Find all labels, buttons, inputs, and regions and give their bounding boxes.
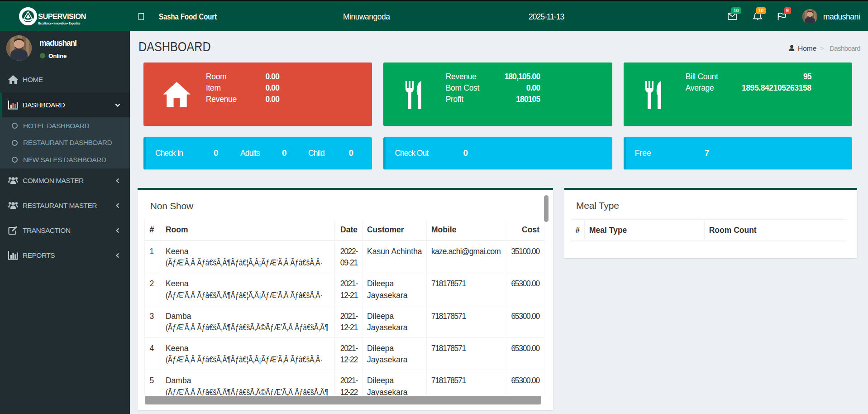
svg-text:Excellence • Innovation • Expe: Excellence • Innovation • Expertise (38, 22, 81, 25)
svg-text:SUPERVISION: SUPERVISION (38, 12, 86, 20)
